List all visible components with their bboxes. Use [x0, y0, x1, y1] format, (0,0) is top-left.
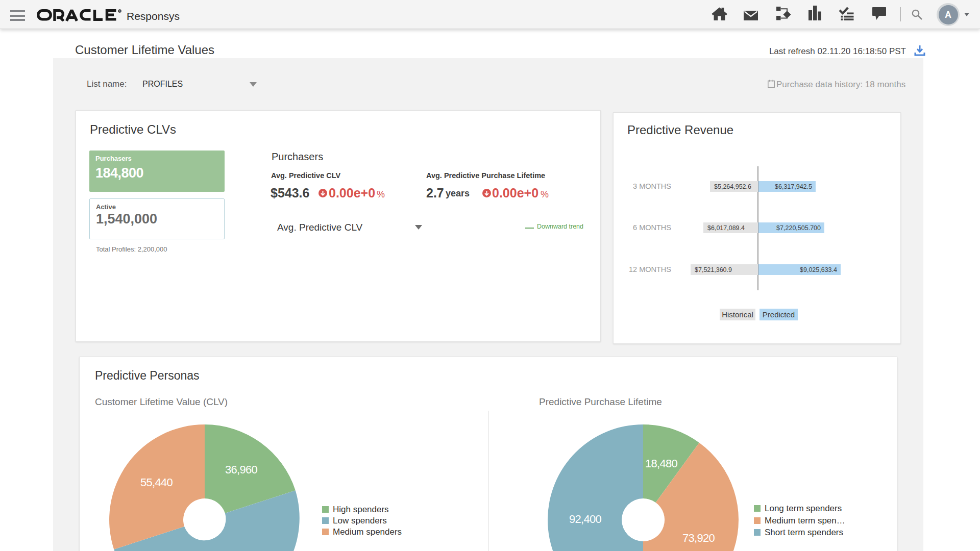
svg-text:R: R	[118, 10, 121, 13]
